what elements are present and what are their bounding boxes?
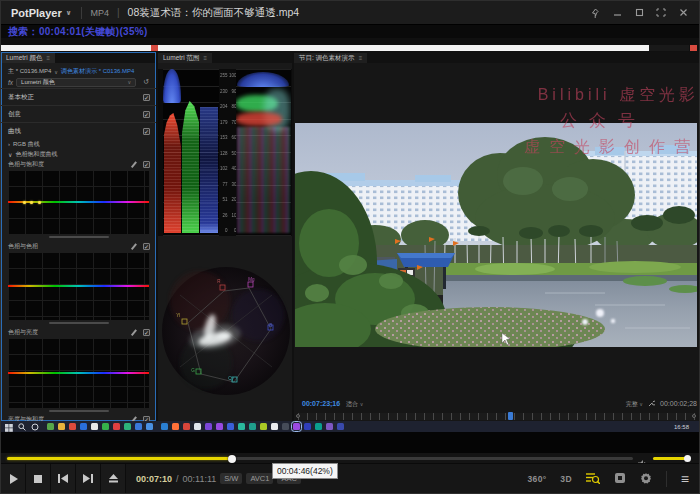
render-mode-badge: S/W [220,473,242,484]
settings-wrench-icon [648,400,655,408]
recorded-window-edge-dark [649,45,689,51]
curve-label-hue-sat: 色相与饱和度 ✓ [1,159,156,169]
monitor-controls-row: 00:07:23;16 适合 ∨ 完整 ∨ 00:00:02;28 [294,397,700,411]
graph-resize-handle [49,322,109,324]
hue-spectrum-line [8,372,149,374]
fit-dropdown: 适合 ∨ [346,400,363,409]
vectorscope [160,265,292,397]
ruler-handle-left [296,414,300,418]
control-bar: 00:07:10 / 00:11:11 S/W AVC1 AAC 360° 3D… [1,463,699,493]
total-time: 00:11:11 [183,474,217,484]
format-badge: MP4 [82,8,117,18]
tab-lumetri-scopes: Lumetri 范围 ≡ [158,53,212,63]
checkbox-checked-icon: ✓ [143,161,150,168]
waveform-red [164,113,181,233]
graph-resize-handle [49,236,109,238]
panel-menu-icon: ≡ [203,53,207,63]
program-video-frame [295,123,697,347]
play-button[interactable] [1,464,26,493]
ruler-handle-right [692,414,696,418]
seekbar[interactable] [7,457,633,460]
master-clip-label: 主 * C0136.MP4 [8,67,51,76]
chevron-down-icon: ∨ [127,79,131,86]
waveform-blue-peak [163,69,181,103]
waveform-blue [200,107,218,233]
duration-timecode: 00:00:02;28 [660,400,697,407]
open-file-button[interactable] [101,464,126,493]
window-controls [587,6,699,20]
3d-button[interactable]: 3D [560,474,571,484]
curve-graph-hue-luma [8,338,149,408]
vs-label-b: B [269,322,272,327]
landscape-scene [295,123,697,347]
section-basic-correction: 基本校正 ✓ [1,88,156,105]
next-button[interactable] [76,464,101,493]
fullscreen-button[interactable] [653,6,669,20]
taskbar-app-icons [161,423,344,430]
tab-program-monitor: 节目: 调色素材演示 ≡ [294,53,367,63]
potplayer-window: PotPlayer ∨ MP4 | 08装逼术语：你的画面不够通透.mp4 [0,0,700,494]
cortana-icon [31,423,39,431]
resolution-dropdown: 完整 ∨ [626,400,643,409]
hue-spectrum-line [8,285,149,287]
vs-label-r: R [217,278,220,283]
curve-graph-hue-hue [8,252,149,320]
status-line: 搜索：00:04:01(关键帧)(35%) [1,26,699,38]
current-timecode: 00:07:23;16 [302,400,340,407]
section-curves: 曲线 ✓ [1,122,156,139]
minimize-button[interactable] [609,6,625,20]
checkbox-checked-icon: ✓ [143,94,150,101]
volume-fill [653,457,687,460]
overlay-mixed-trace [237,127,290,233]
maximize-button[interactable] [631,6,647,20]
hue-sat-curves-row: ∨ 色相饱和度曲线 [1,149,156,159]
seek-row [1,453,699,463]
chevron-down-icon: ∨ [66,9,72,17]
seekbar-knob[interactable] [228,455,236,463]
overlay-blue-trace [237,72,289,87]
app-menu-button[interactable]: PotPlayer ∨ [1,1,81,24]
graph-resize-handle [49,410,109,412]
recorded-window-edge [1,45,649,51]
eyedropper-icon [133,243,139,249]
vs-label-yl: Yl [176,312,180,317]
lumetri-scopes-panel: Lumetri 范围 ≡ 255230204179153128102775126… [158,52,292,421]
settings-gear-icon[interactable] [640,470,652,488]
taskbar-tray-icons [47,423,153,430]
current-time: 00:07:10 [136,474,172,484]
volume-knob[interactable] [684,455,691,462]
video-surface[interactable]: Lumetri 颜色 ≡ 主 * C0136.MP4 ∨ 调色素材演示 * C0… [1,38,700,432]
recorded-close-button-left [151,45,158,51]
vs-label-cy: Cy [228,375,234,380]
controls-divider [666,471,667,487]
curve-point [38,201,41,204]
lumetri-color-panel: Lumetri 颜色 ≡ 主 * C0136.MP4 ∨ 调色素材演示 * C0… [1,52,156,421]
video-codec-badge: AVC1 [246,473,273,484]
volume-slider[interactable] [653,457,691,460]
stop-button[interactable] [26,464,51,493]
eyedropper-icon [133,329,139,335]
pin-icon[interactable] [587,6,603,20]
overlay-red-trace [236,112,282,126]
effect-dropdown: Lumetri 颜色 ∨ [16,78,136,87]
close-button[interactable] [675,6,691,20]
panel-toggle-button[interactable] [614,470,626,488]
previous-button[interactable] [51,464,76,493]
checkbox-checked-icon: ✓ [143,329,150,336]
scale-255: 2552302041791531281027751260 [219,73,228,233]
taskbar-clock: 16:58 [674,424,689,430]
chevron-down-icon: ∨ [639,401,643,407]
playlist-search-button[interactable] [586,470,600,488]
tab-lumetri-color: Lumetri 颜色 ≡ [1,53,55,63]
vr-360-button[interactable]: 360° [528,474,547,484]
watermark-line1: Bilibili 虚空光影 [524,82,699,108]
recorded-close-button-right [690,45,697,51]
menu-button[interactable]: ≡ [681,474,689,484]
search-status-text: 搜索：00:04:01(关键帧)(35%) [8,25,148,39]
titlebar: PotPlayer ∨ MP4 | 08装逼术语：你的画面不够通透.mp4 [1,1,699,25]
chevron-right-icon: › [8,141,10,147]
recorded-taskbar: 16:58 [1,421,700,432]
seek-tooltip: 00:04:46(42%) [272,463,338,479]
panel-menu-icon: ≡ [359,53,363,63]
checkbox-checked-icon: ✓ [143,128,150,135]
